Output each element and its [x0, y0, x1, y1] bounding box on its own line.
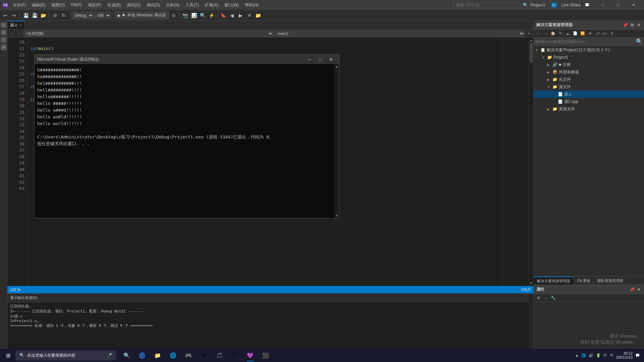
- menu-build[interactable]: 生成(B): [105, 2, 123, 9]
- se-tab-git[interactable]: Git 更改: [574, 277, 594, 285]
- se-search-input[interactable]: [535, 40, 636, 44]
- taskbar-notification-icon[interactable]: 💬: [635, 353, 640, 358]
- menu-project[interactable]: 项目(P): [85, 2, 104, 9]
- se-filter-btn[interactable]: 🔽: [579, 30, 586, 37]
- tree-source-c[interactable]: 📄 源.c: [534, 90, 644, 98]
- console-close-btn[interactable]: ✕: [326, 55, 336, 64]
- sidebar-icon-4[interactable]: ⚙: [1, 44, 7, 50]
- bookmark-folder-btn[interactable]: 📁: [254, 11, 262, 19]
- tree-solution[interactable]: ▼ 📋 解决方案'Project1'(1个项目/共 1 个): [534, 46, 644, 54]
- tab-close-icon[interactable]: ✕: [19, 23, 22, 27]
- menu-tools[interactable]: 工具(T): [183, 2, 201, 9]
- se-refresh-btn[interactable]: ↻: [557, 30, 564, 37]
- sidebar-icon-1[interactable]: ≡: [1, 22, 7, 28]
- menu-git[interactable]: Git(G): [68, 2, 85, 9]
- menu-window[interactable]: 窗口(W): [222, 2, 241, 9]
- console-scroll-up[interactable]: ▲: [335, 65, 338, 68]
- tree-headers[interactable]: ▶ 📁 头文件: [534, 76, 644, 83]
- se-settings-icon[interactable]: ⚙: [629, 22, 635, 28]
- menu-edit[interactable]: 编辑(E): [29, 2, 48, 9]
- live-share-btn[interactable]: Live Share: [557, 3, 585, 7]
- save-all-btn[interactable]: 💾: [31, 11, 39, 19]
- scroll-up-arrow[interactable]: ▲: [530, 38, 533, 42]
- tree-external-deps[interactable]: ▶ 📦 外部依赖项: [534, 68, 644, 76]
- editor-scrollbar[interactable]: ▲ ▼: [529, 38, 533, 286]
- console-minimize-btn[interactable]: ─: [304, 55, 315, 64]
- se-collapse-btn[interactable]: ▲: [565, 30, 571, 37]
- taskbar-app-protect[interactable]: 🛡: [227, 349, 242, 362]
- clear-bookmark-btn[interactable]: ✕: [246, 11, 254, 19]
- props-close-icon[interactable]: ✕: [636, 287, 641, 292]
- taskbar-app-music[interactable]: 🎵: [212, 349, 227, 362]
- taskbar-mic-icon[interactable]: 🎤: [107, 353, 112, 358]
- perf-btn[interactable]: 📊: [190, 11, 198, 19]
- nav-add-btn[interactable]: +: [526, 31, 532, 36]
- props-grid-btn[interactable]: ⊞: [535, 295, 542, 301]
- menu-test[interactable]: 测试(S): [144, 2, 163, 9]
- run-button[interactable]: ▶ ▶ 本地 Windows 调试器: [115, 11, 169, 19]
- taskbar-app-chrome[interactable]: 🌐: [166, 349, 180, 362]
- save-btn[interactable]: 💾: [22, 11, 30, 19]
- taskbar-app-game[interactable]: 🎮: [181, 349, 196, 362]
- redo-btn[interactable]: ↪: [10, 11, 18, 19]
- se-forward-btn[interactable]: →: [542, 30, 549, 37]
- tree-source-files[interactable]: ▼ 📁 源文件: [534, 83, 644, 90]
- taskbar-search[interactable]: 🔍 在这里输入你要搜索的内容 🎤: [15, 350, 116, 360]
- nav-back-btn[interactable]: ←: [9, 31, 15, 36]
- taskbar-network-icon[interactable]: 🌐: [581, 353, 586, 358]
- tree-project[interactable]: ▼ 📁 Project1: [534, 54, 644, 61]
- crlf-indicator[interactable]: CRLF: [521, 288, 531, 292]
- se-pin-icon[interactable]: 📌: [623, 22, 628, 28]
- taskbar-time[interactable]: 20:12 2021/2/13: [616, 351, 633, 359]
- minimize-button[interactable]: ─: [595, 0, 610, 10]
- sidebar-icon-3[interactable]: ✎: [1, 37, 7, 43]
- taskbar-app-vs[interactable]: 💜: [243, 349, 258, 362]
- menu-debug[interactable]: 调试(D): [124, 2, 143, 9]
- se-back-btn[interactable]: ←: [535, 30, 542, 37]
- function-dropdown[interactable]: main(): [275, 31, 525, 37]
- props-settings-icon[interactable]: 🔧: [550, 295, 556, 301]
- console-scroll-down[interactable]: ▼: [335, 214, 338, 218]
- taskbar-app-terminal[interactable]: ⬛: [258, 349, 273, 362]
- menu-view[interactable]: 视图(V): [49, 2, 67, 9]
- platform-dropdown[interactable]: x86: [94, 12, 111, 19]
- scroll-thumb[interactable]: [530, 43, 533, 63]
- screenshot-btn[interactable]: 📷: [181, 11, 190, 19]
- menu-file[interactable]: 文件(F): [10, 2, 29, 9]
- sidebar-icon-2[interactable]: ⊕: [1, 29, 7, 36]
- taskbar-volume-icon[interactable]: 🔊: [589, 353, 593, 358]
- next-bookmark-btn[interactable]: ▶: [237, 11, 245, 19]
- config-dropdown[interactable]: Debug: [71, 12, 94, 19]
- start-button[interactable]: ⊞: [1, 349, 15, 362]
- se-preview-btn[interactable]: 👁: [587, 30, 593, 37]
- se-code-btn[interactable]: </>: [601, 30, 608, 37]
- scope-dropdown[interactable]: (全局范围): [23, 31, 273, 37]
- taskbar-app-files[interactable]: 📁: [150, 349, 165, 362]
- redo2-btn[interactable]: ↻: [60, 11, 68, 19]
- taskbar-ime[interactable]: 中: [610, 353, 613, 358]
- bookmark-btn[interactable]: 🔖: [219, 11, 227, 19]
- taskbar-battery-icon[interactable]: 🔋: [596, 353, 601, 358]
- undo-back-btn[interactable]: ↩: [1, 11, 9, 19]
- se-git-btn[interactable]: ⎇: [594, 30, 601, 37]
- menu-analyze[interactable]: 分析(N): [163, 2, 182, 9]
- menu-help[interactable]: 帮助(H): [242, 2, 261, 9]
- se-new-file-btn[interactable]: 📄: [572, 30, 579, 37]
- se-tab-explorer[interactable]: 解决方案资源管理器: [534, 277, 574, 285]
- taskbar-up-arrow[interactable]: ▲: [575, 353, 579, 357]
- se-props-btn[interactable]: ℹ: [609, 30, 615, 37]
- prev-bookmark-btn[interactable]: ◀: [228, 11, 236, 19]
- menu-extensions[interactable]: 扩展(X): [202, 2, 221, 9]
- tree-source-cpp[interactable]: 📄 源2.cpp: [534, 98, 644, 105]
- taskbar-app-store[interactable]: 🛍: [197, 349, 211, 362]
- breakpoint-btn[interactable]: ⊙: [170, 11, 178, 19]
- taskbar-app-edge[interactable]: 🌀: [135, 349, 150, 362]
- nav-forward-btn[interactable]: →: [16, 31, 22, 36]
- open-file-btn[interactable]: 📂: [39, 11, 47, 19]
- taskbar-lang[interactable]: 中: [603, 353, 607, 358]
- se-home-btn[interactable]: 🏠: [550, 30, 556, 37]
- undo-btn[interactable]: ↺: [51, 11, 59, 19]
- console-scrollbar[interactable]: ▲ ▼: [334, 64, 339, 218]
- tab-source-c[interactable]: 源.c ✕: [7, 21, 25, 29]
- mem-btn[interactable]: 🔍: [199, 11, 207, 19]
